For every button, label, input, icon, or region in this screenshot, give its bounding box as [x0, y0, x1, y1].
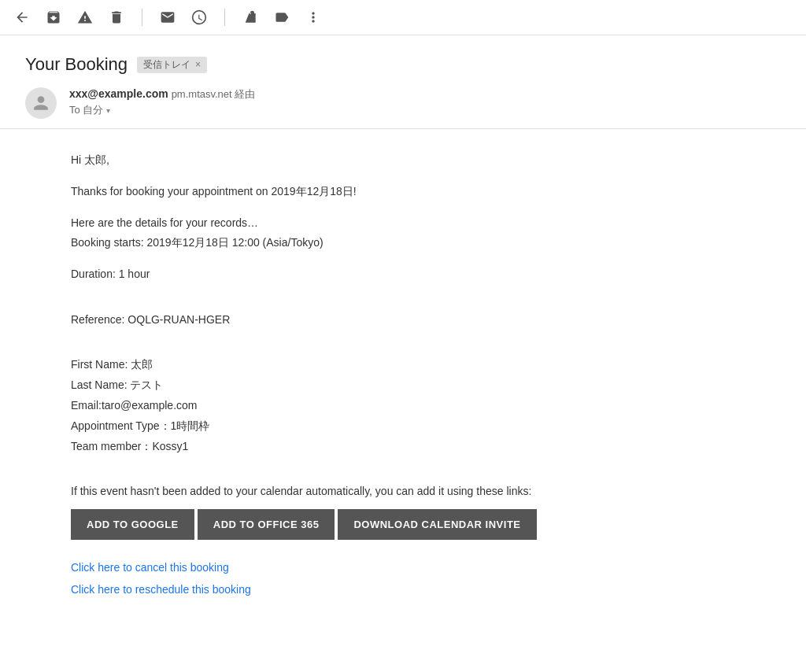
sender-info: xxx@example.com pm.mtasv.net 経由 To 自分 ▾	[69, 87, 255, 117]
email-subject-row: Your Booking 受信トレイ ×	[25, 54, 781, 75]
email-field: Email:taro@example.com	[71, 397, 781, 415]
booking-starts: Booking starts: 2019年12月18日 12:00 (Asia/…	[71, 234, 781, 253]
move-icon[interactable]	[241, 8, 260, 27]
greeting: Hi 太郎,	[71, 151, 781, 170]
sender-name-line: xxx@example.com pm.mtasv.net 経由	[69, 87, 255, 102]
sender-row: xxx@example.com pm.mtasv.net 経由 To 自分 ▾	[25, 87, 781, 119]
email-body: Hi 太郎, Thanks for booking your appointme…	[0, 129, 806, 625]
inbox-badge-label: 受信トレイ	[143, 58, 190, 72]
calendar-note: If this event hasn't been added to your …	[71, 482, 781, 501]
fields-block: First Name: 太郎 Last Name: テスト Email:taro…	[71, 356, 781, 456]
email-subject-title: Your Booking	[25, 54, 128, 75]
details-intro: Here are the details for your records…	[71, 214, 781, 233]
email-header: Your Booking 受信トレイ × xxx@example.com pm.…	[0, 35, 806, 129]
label-icon[interactable]	[272, 8, 291, 27]
toolbar-divider-1	[142, 9, 142, 26]
reschedule-booking-link[interactable]: Click here to reschedule this booking	[71, 581, 781, 600]
snooze-icon[interactable]	[190, 8, 209, 27]
sender-avatar	[25, 87, 57, 119]
inbox-badge[interactable]: 受信トレイ ×	[137, 57, 207, 73]
download-calendar-button[interactable]: DOWNLOAD CALENDAR INVITE	[338, 509, 536, 540]
cancel-booking-link[interactable]: Click here to cancel this booking	[71, 559, 781, 578]
add-to-google-button[interactable]: ADD TO GOOGLE	[71, 509, 194, 540]
person-icon	[32, 94, 50, 112]
email-toolbar	[0, 0, 806, 35]
email-links: Click here to cancel this booking Click …	[71, 552, 781, 600]
to-label: To 自分	[69, 103, 103, 117]
report-icon[interactable]	[76, 8, 94, 27]
duration: Duration: 1 hour	[71, 265, 781, 284]
reference: Reference: OQLG-RUAN-HGER	[71, 311, 781, 330]
calendar-section: If this event hasn't been added to your …	[71, 476, 781, 552]
last-name: Last Name: テスト	[71, 376, 781, 395]
chevron-down-icon: ▾	[106, 106, 110, 115]
delete-icon[interactable]	[107, 8, 126, 27]
back-button[interactable]	[13, 8, 31, 27]
sender-email: xxx@example.com	[69, 87, 168, 100]
inbox-badge-close[interactable]: ×	[195, 59, 201, 70]
mark-unread-icon[interactable]	[158, 8, 177, 27]
sender-to[interactable]: To 自分 ▾	[69, 103, 255, 117]
calendar-buttons: ADD TO GOOGLE ADD TO OFFICE 365 DOWNLOAD…	[71, 509, 781, 540]
appointment-type: Appointment Type：1時間枠	[71, 417, 781, 436]
first-name: First Name: 太郎	[71, 356, 781, 375]
sender-via: pm.mtasv.net 経由	[172, 88, 256, 100]
more-icon[interactable]	[304, 8, 323, 27]
add-to-office-button[interactable]: ADD TO OFFICE 365	[198, 509, 335, 540]
toolbar-divider-2	[224, 9, 225, 26]
archive-icon[interactable]	[44, 8, 63, 27]
details-block: Here are the details for your records… B…	[71, 214, 781, 253]
thank-you-text: Thanks for booking your appointment on 2…	[71, 183, 781, 201]
team-member: Team member：Kossy1	[71, 438, 781, 456]
